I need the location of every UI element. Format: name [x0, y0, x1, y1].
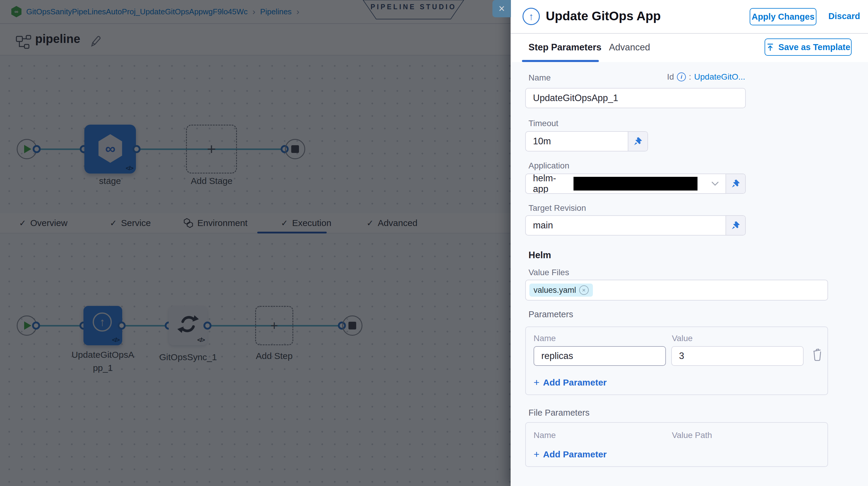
step-id-value[interactable]: UpdateGitO...: [694, 72, 745, 82]
application-select[interactable]: helm-app: [526, 174, 705, 193]
save-template-icon: [766, 43, 775, 52]
param-value-header: Value: [672, 334, 693, 343]
close-panel-button[interactable]: ×: [492, 0, 511, 17]
add-parameter-link[interactable]: + Add Parameter: [533, 376, 607, 388]
param-value-input[interactable]: 3: [671, 346, 804, 366]
application-select-group: helm-app: [525, 174, 746, 194]
redacted-text: [574, 177, 698, 190]
step-config-panel: ↑ Update GitOps App Apply Changes Discar…: [510, 0, 868, 486]
timeout-input[interactable]: 10m: [526, 132, 628, 151]
modal-dim-overlay: [0, 0, 510, 486]
panel-tab-bar: Step Parameters Advanced Save as Templat…: [510, 34, 868, 62]
plus-icon: +: [533, 376, 539, 388]
add-file-parameter-link[interactable]: + Add Parameter: [533, 449, 607, 460]
parameters-card: Name Value replicas 3 + Add Parameter: [525, 327, 828, 395]
close-icon: ×: [498, 2, 505, 15]
tab-step-parameters[interactable]: Step Parameters: [528, 42, 601, 53]
pin-icon: [731, 179, 741, 189]
tab-advanced[interactable]: Advanced: [609, 42, 650, 53]
name-label: Name: [528, 73, 551, 83]
panel-title: Update GitOps App: [546, 9, 661, 23]
file-parameters-card: Name Value Path + Add Parameter: [525, 422, 828, 467]
pipeline-studio-screen: ∞ GitOpsSanityPipeLinesAutoProj_UpdateGi…: [0, 0, 868, 486]
pin-icon: [731, 220, 741, 231]
application-label: Application: [528, 161, 569, 171]
value-files-input[interactable]: values.yaml ×: [525, 280, 828, 301]
target-revision-label: Target Revision: [528, 203, 586, 213]
apply-changes-button[interactable]: Apply Changes: [750, 8, 816, 25]
remove-chip-icon[interactable]: ×: [579, 285, 589, 295]
chevron-down-icon[interactable]: [705, 174, 725, 193]
plus-icon: +: [533, 449, 539, 460]
save-as-template-button[interactable]: Save as Template: [765, 38, 851, 56]
delete-parameter-icon[interactable]: [811, 348, 823, 362]
file-param-value-path-header: Value Path: [672, 430, 712, 440]
param-name-input[interactable]: replicas: [533, 346, 666, 366]
step-id-row: Id i : UpdateGitO...: [667, 72, 745, 82]
parameters-label: Parameters: [528, 309, 573, 319]
application-pin-button[interactable]: [725, 174, 745, 193]
timeout-label: Timeout: [528, 119, 558, 128]
file-param-name-header: Name: [533, 430, 556, 440]
target-revision-group: main: [525, 215, 746, 236]
timeout-input-group: 10m: [525, 131, 648, 151]
target-revision-pin-button[interactable]: [725, 216, 745, 235]
timeout-pin-button[interactable]: [628, 132, 647, 151]
param-name-header: Name: [533, 334, 556, 343]
target-revision-input[interactable]: main: [526, 216, 725, 235]
helm-section-heading: Helm: [528, 250, 551, 261]
name-input[interactable]: UpdateGitOpsApp_1: [525, 88, 746, 108]
pin-icon: [633, 136, 643, 146]
panel-header: ↑ Update GitOps App Apply Changes Discar…: [510, 0, 868, 34]
studio-background: ∞ GitOpsSanityPipeLinesAutoProj_UpdateGi…: [0, 0, 510, 486]
value-file-chip: values.yaml ×: [529, 283, 593, 297]
discard-button[interactable]: Discard: [828, 11, 860, 21]
update-gitops-app-icon: ↑: [523, 8, 540, 25]
value-files-label: Value Files: [528, 268, 569, 277]
active-tab-underline: [522, 60, 599, 62]
info-icon[interactable]: i: [677, 72, 686, 82]
file-parameters-label: File Parameters: [528, 408, 590, 418]
